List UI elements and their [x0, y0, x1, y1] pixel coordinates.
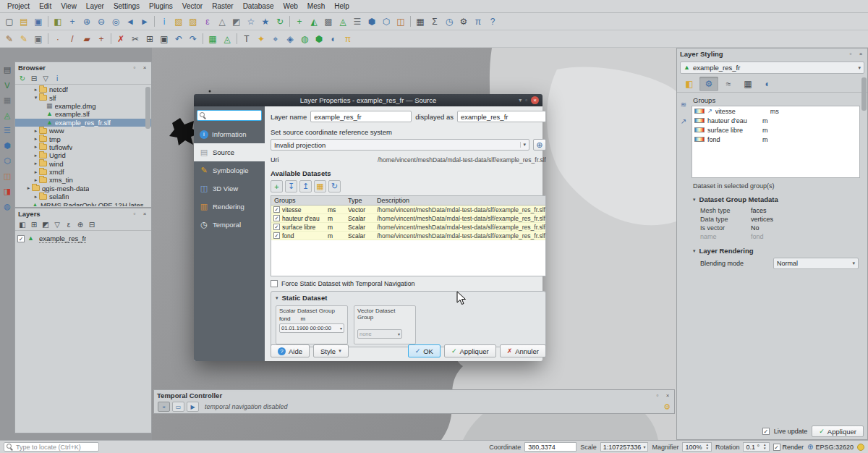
tab-information[interactable]: iInformation — [194, 125, 265, 143]
add-spatialite-layer-icon[interactable]: ⬡ — [1, 155, 14, 167]
vector-time-combo[interactable]: none ▾ — [357, 329, 402, 339]
expander-icon[interactable]: ▸ — [33, 161, 39, 166]
add-mesh-layer-icon[interactable]: ◬ — [336, 14, 350, 29]
scalar-time-combo[interactable]: 01.01.1900 00:00:00 ▾ — [279, 323, 344, 333]
add-dataset-icon[interactable]: + — [271, 180, 283, 192]
menu-database[interactable]: Database — [239, 1, 278, 11]
expander-icon[interactable]: ▸ — [33, 177, 39, 183]
help-button[interactable]: ? Aide — [271, 344, 310, 357]
expander-icon[interactable]: ▸ — [33, 136, 39, 142]
zoom-out-icon[interactable]: ⊖ — [94, 14, 109, 29]
select-by-expression-icon[interactable]: ε — [200, 14, 215, 29]
vector-dataset-icon[interactable]: ↗ — [678, 116, 689, 127]
browser-item[interactable]: ▸selafin — [15, 192, 151, 200]
processing-toolbox-icon[interactable]: ⚙ — [456, 14, 471, 29]
zoom-full-icon[interactable]: ◎ — [109, 14, 123, 29]
temporal-animated-button[interactable]: ▶ — [187, 402, 199, 412]
add-postgis-layer-icon[interactable]: ⬢ — [1, 140, 14, 152]
style-button[interactable]: Style ▾ — [313, 344, 349, 357]
plugin-manager-icon[interactable]: ◈ — [283, 32, 297, 46]
mesh-frame-tab[interactable]: ▦ — [739, 77, 757, 91]
new-bookmark-icon[interactable]: ☆ — [244, 14, 258, 29]
tab-temporal[interactable]: ◷Temporal — [194, 216, 265, 234]
browser-reload-icon[interactable]: ↻ — [17, 74, 27, 84]
expander-icon[interactable]: ▸ — [33, 87, 39, 93]
expand-datasets-icon[interactable]: ↧ — [285, 180, 297, 192]
browser-item[interactable]: ▦example.dmg — [15, 102, 151, 110]
column-header-type[interactable]: Type — [348, 197, 377, 204]
zoom-last-icon[interactable]: ◄ — [123, 14, 137, 29]
browser-item[interactable]: ▲example_res_fr.slf — [15, 119, 151, 127]
dataset-group-row[interactable]: ↗vitessems — [692, 106, 859, 116]
filter-by-expression-icon[interactable]: ε — [64, 220, 74, 230]
add-raster-layer-icon[interactable]: ▩ — [321, 14, 336, 29]
styling-scrollbar[interactable] — [861, 77, 867, 111]
data-source-manager-icon[interactable]: ▤ — [1, 64, 14, 76]
reload-datasets-icon[interactable]: ↻ — [328, 180, 341, 192]
crs-status-button[interactable]: ⊕ EPSG:32620 — [807, 443, 854, 451]
add-raster-layer-icon[interactable]: ▦ — [1, 94, 14, 106]
add-vector-layer-icon[interactable]: V — [1, 79, 14, 91]
add-delimited-text-icon[interactable]: ☰ — [350, 14, 365, 29]
add-point-feature-icon[interactable]: ∙ — [51, 32, 65, 46]
menu-project[interactable]: Project — [3, 1, 34, 11]
add-oracle-layer-icon[interactable]: ◨ — [1, 185, 14, 198]
remove-layer-icon[interactable]: ⊟ — [87, 220, 97, 230]
georeferencer-icon[interactable]: ⌖ — [268, 32, 283, 46]
close-panel-icon[interactable]: × — [141, 211, 148, 217]
force-static-checkbox[interactable] — [271, 280, 278, 287]
add-mssql-layer-icon[interactable]: ◫ — [1, 170, 14, 182]
float-panel-icon[interactable]: ▫ — [654, 392, 661, 399]
expander-icon[interactable]: ▸ — [33, 144, 39, 150]
expander-icon[interactable]: ▾ — [33, 95, 39, 101]
expand-all-icon[interactable]: ⊕ — [75, 220, 85, 230]
toggle-editing-icon[interactable]: ✎ — [17, 32, 31, 46]
locate-bar[interactable]: Type to locate (Ctrl+K) — [4, 442, 99, 452]
deselect-features-icon[interactable]: ▨ — [186, 14, 200, 29]
temporal-controller-icon[interactable]: ◷ — [442, 14, 456, 29]
dataset-group-row[interactable]: surface librem — [692, 125, 859, 135]
temporal-fixed-range-button[interactable]: ▭ — [172, 402, 184, 412]
mesh-digitizing-icon[interactable]: ◬ — [220, 32, 234, 46]
browser-item[interactable]: ▸netcdf — [15, 85, 151, 93]
tab-3d-view[interactable]: ◫3D View — [194, 179, 265, 198]
current-edits-icon[interactable]: ✎ — [2, 32, 17, 46]
spinner-arrows-icon[interactable]: ▲▼ — [705, 444, 708, 450]
browser-item[interactable]: ▸www — [15, 127, 151, 135]
maximize-icon[interactable]: ▫ — [525, 96, 527, 104]
tab-rendering[interactable]: ▥Rendering — [194, 198, 265, 216]
temporal-settings-icon[interactable]: ⚙ — [663, 402, 671, 412]
dataset-row[interactable]: ✓fondmScalar/home/vincent/meshData/mdal-… — [271, 232, 545, 240]
column-header-groups[interactable]: Groups — [271, 197, 348, 204]
dataset-checkbox[interactable]: ✓ — [273, 224, 280, 230]
identify-features-icon[interactable]: i — [157, 14, 171, 29]
help-contents-icon[interactable]: ? — [485, 14, 500, 29]
python-plugin-icon[interactable]: π — [341, 32, 355, 46]
collapse-datasets-icon[interactable]: ↥ — [299, 180, 312, 192]
displayed-as-input[interactable]: example_res_fr — [457, 111, 546, 122]
zoom-next-icon[interactable]: ► — [137, 14, 152, 29]
contours-tab[interactable]: ≈ — [719, 77, 738, 91]
browser-filter-icon[interactable]: ▽ — [41, 74, 51, 84]
add-line-feature-icon[interactable]: / — [65, 32, 80, 46]
add-spatialite-layer-icon[interactable]: ⬡ — [379, 14, 393, 29]
coordinate-input[interactable]: 380,3374 — [524, 442, 576, 452]
browser-item[interactable]: ▸tuflowfv — [15, 143, 151, 151]
layer-checkbox[interactable]: ✓ — [17, 235, 25, 242]
scale-combo[interactable]: 1:107257336 ▾ — [600, 442, 649, 452]
temporal-navigation-off-button[interactable]: × — [158, 402, 170, 412]
float-panel-icon[interactable]: ▫ — [847, 51, 854, 57]
rotation-input[interactable]: 0.1 ° ▲▼ — [743, 442, 769, 452]
undo-icon[interactable]: ↶ — [171, 32, 186, 46]
menu-layer[interactable]: Layer — [82, 1, 109, 11]
refresh-map-icon[interactable]: ↻ — [273, 14, 287, 29]
dataset-row[interactable]: ✓vitessemsVector/home/vincent/meshData/m… — [271, 206, 545, 214]
scalar-dataset-icon[interactable]: ≋ — [678, 99, 689, 110]
dataset-row[interactable]: ✓surface libremScalar/home/vincent/meshD… — [271, 223, 545, 232]
browser-properties-icon[interactable]: i — [52, 74, 62, 84]
vertex-tool-icon[interactable]: + — [94, 32, 109, 46]
open-layer-styling-icon[interactable]: ◧ — [17, 220, 27, 230]
filter-legend-icon[interactable]: ▽ — [52, 220, 62, 230]
symbology-tab[interactable]: ◧ — [680, 77, 699, 91]
redo-icon[interactable]: ↷ — [186, 32, 200, 46]
